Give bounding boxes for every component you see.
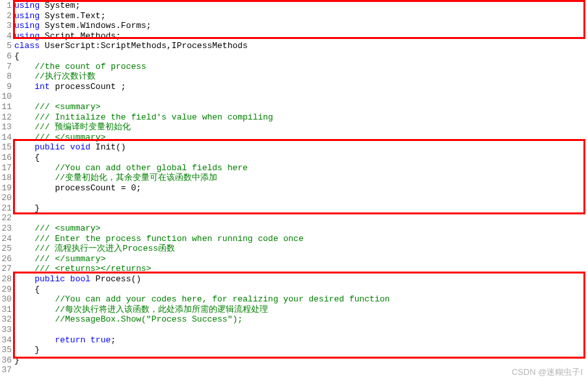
code-line: 29 { <box>0 285 588 295</box>
code-content: class UserScript:ScriptMethods,IProcessM… <box>14 41 588 51</box>
code-content: //You can add your codes here, for reali… <box>14 294 588 305</box>
code-content: using System.Windows.Forms; <box>14 21 588 31</box>
code-content: using Script.Methods; <box>14 31 588 42</box>
code-content: /// <returns></returns> <box>14 264 588 274</box>
code-line: 10 <box>0 92 588 102</box>
code-line: 4using Script.Methods; <box>0 31 588 42</box>
line-number: 9 <box>0 82 14 92</box>
line-number: 29 <box>0 285 14 295</box>
code-content: //每次执行将进入该函数，此处添加所需的逻辑流程处理 <box>14 305 588 315</box>
code-line: 14 /// </summary> <box>0 133 588 143</box>
code-content: int processCount ; <box>14 82 588 92</box>
code-content: //MessageBox.Show("Process Success"); <box>14 314 588 325</box>
line-number: 28 <box>0 274 14 285</box>
code-content: return true; <box>14 335 588 346</box>
line-number: 16 <box>0 153 14 163</box>
code-content: using System.Text; <box>14 11 588 21</box>
code-line: 18 //变量初始化，其余变量可在该函数中添加 <box>0 173 588 183</box>
code-content: } <box>14 355 588 366</box>
code-line: 30 //You can add your codes here, for re… <box>0 294 588 305</box>
line-number: 8 <box>0 71 14 82</box>
code-line: 6{ <box>0 51 588 62</box>
line-number: 18 <box>0 173 14 183</box>
code-content <box>14 92 588 102</box>
code-content <box>14 365 588 376</box>
line-number: 33 <box>0 325 14 335</box>
code-content: /// <summary> <box>14 223 588 234</box>
line-number: 30 <box>0 294 14 305</box>
code-content: /// Enter the process function when runn… <box>14 234 588 244</box>
line-number: 2 <box>0 11 14 21</box>
code-line: 8 //执行次数计数 <box>0 71 588 82</box>
code-line: 15 public void Init() <box>0 142 588 153</box>
code-line: 25 /// 流程执行一次进入Process函数 <box>0 244 588 254</box>
line-number: 12 <box>0 112 14 123</box>
code-line: 1using System; <box>0 1 588 11</box>
code-line: 3using System.Windows.Forms; <box>0 21 588 31</box>
code-content: } <box>14 203 588 214</box>
line-number: 6 <box>0 51 14 62</box>
code-content: { <box>14 153 588 163</box>
code-line: 22 <box>0 213 588 223</box>
code-line: 31 //每次执行将进入该函数，此处添加所需的逻辑流程处理 <box>0 305 588 315</box>
code-content: //执行次数计数 <box>14 71 588 82</box>
code-content: /// Initialize the field's value when co… <box>14 112 588 123</box>
code-content: } <box>14 345 588 355</box>
code-line: 36} <box>0 355 588 366</box>
code-line: 11 /// <summary> <box>0 102 588 112</box>
line-number: 7 <box>0 62 14 72</box>
code-content: using System; <box>14 1 588 11</box>
line-number: 3 <box>0 21 14 31</box>
code-content: /// 预编译时变量初始化 <box>14 122 588 133</box>
line-number: 23 <box>0 223 14 234</box>
line-number: 5 <box>0 41 14 51</box>
code-content: public bool Process() <box>14 274 588 285</box>
code-line: 5class UserScript:ScriptMethods,IProcess… <box>0 41 588 51</box>
code-editor: 1using System;2using System.Text;3using … <box>0 0 588 376</box>
line-number: 26 <box>0 254 14 264</box>
code-content: /// </summary> <box>14 133 588 143</box>
line-number: 35 <box>0 345 14 355</box>
code-content: public void Init() <box>14 142 588 153</box>
code-line: 34 return true; <box>0 335 588 346</box>
code-content: /// <summary> <box>14 102 588 112</box>
line-number: 11 <box>0 102 14 112</box>
code-line: 13 /// 预编译时变量初始化 <box>0 122 588 133</box>
code-content: //You can add other global fields here <box>14 163 588 173</box>
code-line: 16 { <box>0 153 588 163</box>
line-number: 10 <box>0 92 14 102</box>
line-number: 24 <box>0 234 14 244</box>
line-number: 21 <box>0 203 14 214</box>
code-line: 28 public bool Process() <box>0 274 588 285</box>
code-content: /// </summary> <box>14 254 588 264</box>
line-number: 19 <box>0 183 14 194</box>
code-line: 27 /// <returns></returns> <box>0 264 588 274</box>
code-content <box>14 193 588 203</box>
code-line: 35 } <box>0 345 588 355</box>
line-number: 15 <box>0 142 14 153</box>
line-number: 32 <box>0 314 14 325</box>
line-number: 14 <box>0 133 14 143</box>
code-line: 37 <box>0 365 588 376</box>
code-line: 26 /// </summary> <box>0 254 588 264</box>
line-number: 20 <box>0 193 14 203</box>
code-content: //变量初始化，其余变量可在该函数中添加 <box>14 173 588 183</box>
watermark-text: CSDN @迷糊虫子I <box>512 366 583 378</box>
code-line: 33 <box>0 325 588 335</box>
line-number: 25 <box>0 244 14 254</box>
code-line: 9 int processCount ; <box>0 82 588 92</box>
code-line: 20 <box>0 193 588 203</box>
code-line: 21 } <box>0 203 588 214</box>
line-number: 34 <box>0 335 14 346</box>
code-line: 7 //the count of process <box>0 62 588 72</box>
line-number: 13 <box>0 122 14 133</box>
line-number: 1 <box>0 1 14 11</box>
line-number: 27 <box>0 264 14 274</box>
line-number: 37 <box>0 365 14 376</box>
code-content <box>14 325 588 335</box>
code-content <box>14 213 588 223</box>
code-content: { <box>14 51 588 62</box>
line-number: 17 <box>0 163 14 173</box>
code-line: 17 //You can add other global fields her… <box>0 163 588 173</box>
code-content: processCount = 0; <box>14 183 588 194</box>
